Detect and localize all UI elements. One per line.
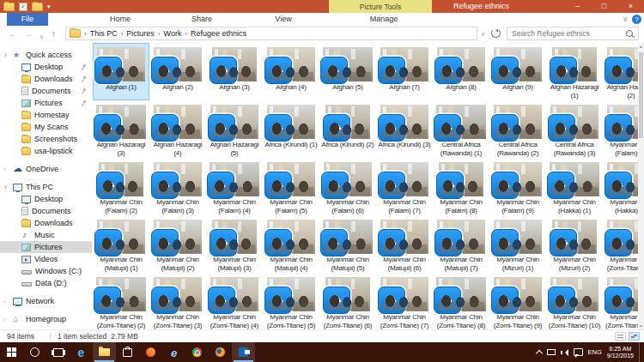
customize-qat-chevron-icon[interactable]: ▾ [47, 2, 51, 11]
file-item[interactable]: »Myanmar Chin (Falam) (5) [263, 158, 319, 215]
tab-view[interactable]: View [259, 13, 307, 26]
sidebar-item-homegroup[interactable]: ›Homegroup [0, 313, 92, 325]
file-item[interactable]: »Myanmar Chin (Zomi-Titane) (11) [603, 273, 639, 330]
file-item[interactable]: »Myanmar Chin (Zomi-Titane) (8) [433, 273, 489, 330]
up-icon[interactable]: ↑ [52, 28, 56, 40]
taskbar-ie-button[interactable] [162, 342, 185, 362]
file-item[interactable]: »Myanmar Chin (Mizuri) (1) [489, 215, 546, 273]
taskbar-explorer-button[interactable] [93, 342, 116, 362]
sidebar-item-downloads[interactable]: Downloads [0, 217, 92, 229]
scrollbar-thumb[interactable] [639, 52, 643, 138]
taskbar-office-button[interactable] [139, 342, 162, 362]
file-item[interactable]: »Myanmar Chin (Falam) (8) [433, 158, 489, 215]
sidebar-item-music[interactable]: Music [0, 229, 92, 241]
tab-file[interactable]: File [7, 13, 48, 26]
file-item[interactable]: »Myanmar Chin (Hakka) (2) [603, 158, 639, 215]
show-desktop-button[interactable] [639, 342, 642, 362]
file-item[interactable]: »Myanmar Chin (Falam) (2) [93, 158, 149, 215]
file-item[interactable]: »Africa (Kirundi) (3) [376, 100, 433, 158]
chevron-down-icon[interactable]: ∨ [3, 51, 8, 58]
network-icon[interactable] [547, 349, 556, 355]
file-item[interactable]: »Myanmar Chin (Zomi-Titane) (4) [206, 273, 263, 330]
file-item[interactable]: »Afghan (7) [376, 43, 433, 100]
sidebar-item-network[interactable]: ›Network [0, 295, 92, 307]
tab-manage[interactable]: Manage [360, 13, 408, 26]
sidebar-item-my-scans[interactable]: My Scans [0, 121, 92, 133]
action-center-icon[interactable] [574, 348, 583, 356]
file-item[interactable]: »Africa (Kirundi) (1) [263, 100, 319, 158]
file-item[interactable]: »Myanmar Chin (Falam) (7) [376, 158, 433, 215]
maximize-button[interactable]: □ [591, 0, 617, 13]
sidebar-item-documents[interactable]: Documents [0, 85, 92, 97]
vertical-scrollbar[interactable]: ▲ ▼ [638, 43, 644, 330]
chevron-right-icon[interactable]: › [3, 166, 5, 172]
file-item[interactable]: »Myanmar Chin (Matupi) (1) [93, 215, 149, 273]
breadcrumb[interactable]: ›This PC›Pictures›Work›Refugee ethnics [65, 27, 477, 40]
taskbar-cortana-button[interactable] [23, 342, 46, 362]
file-item[interactable]: »Myanmar Chin (Matupi) (7) [433, 215, 489, 273]
file-item[interactable]: »Myanmar Chin (Zomi-Titane) (10) [546, 273, 603, 330]
back-icon[interactable]: ← [9, 28, 17, 40]
file-item[interactable]: »Afghan (3) [206, 43, 263, 100]
file-item[interactable]: »Afghan Hazaragi (5) [206, 100, 263, 158]
help-icon[interactable]: ? [632, 15, 641, 24]
file-item[interactable]: »Myanmar Chin (Zomi-Titane) (6) [319, 273, 376, 330]
file-item[interactable]: »Central Africa (Rawanda) (3) [546, 100, 603, 158]
taskbar-chrome-button[interactable] [185, 342, 209, 362]
clock[interactable]: 6:25 AM 9/12/2015 [607, 346, 634, 359]
file-item[interactable]: »Myanmar Chin (Zomi-Titane) (2) [93, 273, 149, 330]
taskbar-store-button[interactable] [116, 342, 139, 362]
chevron-right-icon[interactable]: › [3, 317, 5, 323]
taskbar-edge-button[interactable] [70, 342, 93, 362]
file-item[interactable]: »Afghan (5) [319, 43, 376, 100]
breadcrumb-segment-this-pc[interactable]: This PC [88, 29, 119, 38]
sidebar-item-windows-c[interactable]: Windows (C:) [0, 265, 92, 277]
refresh-icon[interactable] [491, 28, 501, 38]
file-item[interactable]: »Myanmar Chin (Matupi) (6) [376, 215, 433, 273]
file-item[interactable]: »Myanmar Chin (Mizuri) (2) [546, 215, 603, 273]
sidebar-item-usa-lipstick[interactable]: usa-lipstick [0, 145, 92, 157]
sidebar-item-videos[interactable]: Videos [0, 253, 92, 265]
details-view-button[interactable] [615, 332, 626, 341]
taskbar-start-button[interactable] [0, 342, 23, 362]
breadcrumb-segment-pictures[interactable]: Pictures [125, 29, 156, 38]
sidebar-item-homestay[interactable]: Homestay [0, 109, 92, 121]
sidebar-item-data-d[interactable]: Data (D:) [0, 277, 92, 289]
sidebar-item-screenshots[interactable]: Screenshots [0, 133, 92, 145]
file-item[interactable]: »Afghan Hazaragi (1) [546, 43, 603, 100]
file-item[interactable]: »Afghan Hazaragi (3) [93, 100, 149, 158]
sidebar-item-this-pc[interactable]: ∨This PC [0, 181, 92, 193]
taskbar-outlook-button[interactable] [232, 342, 255, 362]
file-item[interactable]: »Myanmar Chin (Falam) (1) [603, 100, 639, 158]
file-item[interactable]: »Myanmar Chin (Zomi-Titane) (9) [489, 273, 546, 330]
new-folder-icon[interactable] [32, 3, 43, 11]
file-item[interactable]: »Afghan (1) [93, 43, 149, 100]
recent-locations-chevron-icon[interactable]: ∨ [39, 31, 44, 43]
language-indicator[interactable]: ENG [588, 348, 602, 356]
sidebar-item-downloads[interactable]: Downloads [0, 73, 92, 85]
file-item[interactable]: »Afghan Hazaragi (2) [603, 43, 639, 100]
file-item[interactable]: »Afghan (9) [489, 43, 546, 100]
taskbar-firefox-button[interactable] [209, 342, 232, 362]
sidebar-item-onedrive[interactable]: ›OneDrive [0, 163, 92, 175]
file-item[interactable]: »Myanmar Chin (Zomi-Titane) (1) [603, 215, 639, 273]
breadcrumb-segment-refugee-ethnics[interactable]: Refugee ethnics [189, 29, 248, 38]
sidebar-item-quick-access[interactable]: ∨Quick access [0, 49, 92, 61]
tab-home[interactable]: Home [96, 13, 144, 26]
file-item[interactable]: »Central Africa (Rawanda) (2) [489, 100, 546, 158]
address-dropdown-chevron-icon[interactable]: ∨ [481, 31, 485, 38]
sidebar-item-desktop[interactable]: Desktop [0, 193, 92, 205]
file-item[interactable]: »Myanmar Chin (Matupi) (2) [149, 215, 206, 273]
breadcrumb-segment-work[interactable]: Work [162, 29, 184, 38]
thumbnails-view-button[interactable] [629, 332, 640, 341]
taskbar-taskview-button[interactable] [46, 342, 70, 362]
sidebar-item-documents[interactable]: Documents [0, 205, 92, 217]
file-item[interactable]: »Myanmar Chin (Zomi-Titane) (3) [149, 273, 206, 330]
search-input[interactable] [507, 28, 626, 39]
sidebar-item-pictures[interactable]: Pictures [0, 241, 92, 253]
file-item[interactable]: »Myanmar Chin (Falam) (4) [206, 158, 263, 215]
file-item[interactable]: »Afghan (8) [433, 43, 489, 100]
sidebar-item-pictures[interactable]: Pictures [0, 97, 92, 109]
chevron-down-icon[interactable]: ∨ [3, 184, 8, 190]
minimize-button[interactable]: – [564, 0, 591, 13]
